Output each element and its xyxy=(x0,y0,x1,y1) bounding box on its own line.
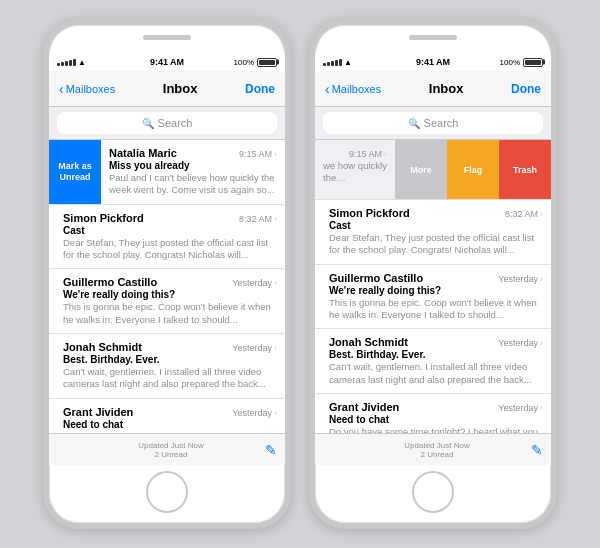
email-header-swipe-0: Natalia Maric 9:15 AM › xyxy=(323,147,387,159)
email-preview-2: This is gonna be epic. Coop won't believ… xyxy=(63,301,277,326)
battery-icon-2 xyxy=(523,58,543,67)
status-right-2: 100% xyxy=(500,58,543,67)
email-item-1[interactable]: Simon Pickford 8:32 AM › Cast Dear Stefa… xyxy=(49,205,285,270)
email-preview-s2: This is gonna be epic. Coop won't believ… xyxy=(329,297,543,322)
flag-button[interactable]: Flag xyxy=(447,140,499,199)
email-item-4[interactable]: Grant Jividen Yesterday › Need to chat D… xyxy=(49,399,285,433)
email-sender-s1: Simon Pickford xyxy=(329,207,410,219)
search-icon: 🔍 xyxy=(142,118,154,129)
email-header-3: Jonah Schmidt Yesterday › xyxy=(63,341,277,353)
email-sender-s2: Guillermo Castillo xyxy=(329,272,423,284)
inbox-title-2: Inbox xyxy=(429,81,464,96)
email-header-2: Guillermo Castillo Yesterday › xyxy=(63,276,277,288)
email-item-3[interactable]: Jonah Schmidt Yesterday › Best. Birthday… xyxy=(49,334,285,399)
email-subject-s3: Best. Birthday. Ever. xyxy=(329,349,543,360)
unread-count: 2 Unread xyxy=(77,450,265,459)
email-header-s1: Simon Pickford 8:32 AM › xyxy=(329,207,543,219)
search-field-2[interactable]: 🔍 Search xyxy=(323,112,543,134)
email-sender-0: Natalia Maric xyxy=(109,147,177,159)
status-right: 100% xyxy=(234,58,277,67)
done-button-2[interactable]: Done xyxy=(511,82,541,96)
email-preview-0: Paul and I can't believe how quickly the… xyxy=(109,172,277,197)
email-time-0: 9:15 AM › xyxy=(239,149,277,159)
email-content-s1: Simon Pickford 8:32 AM › Cast Dear Stefa… xyxy=(315,200,551,264)
nav-bar: ‹ Mailboxes Inbox Done xyxy=(49,71,285,107)
email-sender-s4: Grant Jividen xyxy=(329,401,399,413)
email-preview-s1: Dear Stefan, They just posted the offici… xyxy=(329,232,543,257)
mailboxes-back-button-2[interactable]: ‹ Mailboxes xyxy=(325,81,381,97)
email-item-0[interactable]: Mark asUnread Natalia Maric 9:15 AM › Mi… xyxy=(49,140,285,205)
email-item-swipe-0[interactable]: Natalia Maric 9:15 AM › we how quickly t… xyxy=(315,140,551,200)
signal-icon-2 xyxy=(323,59,342,66)
email-item-s2[interactable]: Guillermo Castillo Yesterday › We're rea… xyxy=(315,265,551,330)
wifi-icon: ▲ xyxy=(78,58,86,67)
mark-as-unread-label: Mark asUnread xyxy=(58,161,92,183)
nav-bar-2: ‹ Mailboxes Inbox Done xyxy=(315,71,551,107)
email-header-0: Natalia Maric 9:15 AM › xyxy=(109,147,277,159)
email-preview-4: Do you have some time tonight? I heard w… xyxy=(63,431,277,433)
status-bar: ▲ 9:41 AM 100% xyxy=(49,53,285,71)
bottom-bar: Updated Just Now 2 Unread ✎ xyxy=(49,433,285,465)
update-status-2: Updated Just Now 2 Unread xyxy=(343,441,531,459)
status-time-2: 9:41 AM xyxy=(416,57,450,67)
email-list: Mark asUnread Natalia Maric 9:15 AM › Mi… xyxy=(49,140,285,433)
email-sender-s3: Jonah Schmidt xyxy=(329,336,408,348)
email-content-s2: Guillermo Castillo Yesterday › We're rea… xyxy=(315,265,551,329)
email-time-s1: 8:32 AM › xyxy=(505,209,543,219)
email-preview-1: Dear Stefan, They just posted the offici… xyxy=(63,237,277,262)
search-bar-2: 🔍 Search xyxy=(315,107,551,140)
email-subject-3: Best. Birthday. Ever. xyxy=(63,354,277,365)
status-time: 9:41 AM xyxy=(150,57,184,67)
email-time-s3: Yesterday › xyxy=(498,338,543,348)
status-bar-2: ▲ 9:41 AM 100% xyxy=(315,53,551,71)
search-placeholder: Search xyxy=(158,117,193,129)
email-subject-s4: Need to chat xyxy=(329,414,543,425)
email-time-swipe-0: 9:15 AM › xyxy=(349,149,387,159)
mark-as-unread-button[interactable]: Mark asUnread xyxy=(49,140,101,204)
email-content-s4: Grant Jividen Yesterday › Need to chat D… xyxy=(315,394,551,433)
email-content-2: Guillermo Castillo Yesterday › We're rea… xyxy=(49,269,285,333)
email-item-s4[interactable]: Grant Jividen Yesterday › Need to chat D… xyxy=(315,394,551,433)
email-time-s4: Yesterday › xyxy=(498,403,543,413)
email-item-s1[interactable]: Simon Pickford 8:32 AM › Cast Dear Stefa… xyxy=(315,200,551,265)
status-left: ▲ xyxy=(57,58,86,67)
back-arrow-icon-2: ‹ xyxy=(325,81,330,97)
more-button[interactable]: More xyxy=(395,140,447,199)
email-subject-0: Miss you already xyxy=(109,160,277,171)
phone-swipe: ▲ 9:41 AM 100% ‹ Mailboxes Inbox Done xyxy=(309,19,557,529)
email-content-3: Jonah Schmidt Yesterday › Best. Birthday… xyxy=(49,334,285,398)
done-button[interactable]: Done xyxy=(245,82,275,96)
inbox-title: Inbox xyxy=(163,81,198,96)
mailboxes-back-button[interactable]: ‹ Mailboxes xyxy=(59,81,115,97)
email-subject-4: Need to chat xyxy=(63,419,277,430)
email-item-2[interactable]: Guillermo Castillo Yesterday › We're rea… xyxy=(49,269,285,334)
more-label: More xyxy=(410,165,432,175)
email-content-s3: Jonah Schmidt Yesterday › Best. Birthday… xyxy=(315,329,551,393)
email-item-s3[interactable]: Jonah Schmidt Yesterday › Best. Birthday… xyxy=(315,329,551,394)
update-status: Updated Just Now 2 Unread xyxy=(77,441,265,459)
email-sender-2: Guillermo Castillo xyxy=(63,276,157,288)
search-placeholder-2: Search xyxy=(424,117,459,129)
battery-icon xyxy=(257,58,277,67)
email-content-1: Simon Pickford 8:32 AM › Cast Dear Stefa… xyxy=(49,205,285,269)
email-header-s3: Jonah Schmidt Yesterday › xyxy=(329,336,543,348)
search-bar: 🔍 Search xyxy=(49,107,285,140)
search-field[interactable]: 🔍 Search xyxy=(57,112,277,134)
email-subject-1: Cast xyxy=(63,225,277,236)
compose-button[interactable]: ✎ xyxy=(265,442,277,458)
signal-icon xyxy=(57,59,76,66)
email-time-3: Yesterday › xyxy=(232,343,277,353)
email-header-4: Grant Jividen Yesterday › xyxy=(63,406,277,418)
compose-button-2[interactable]: ✎ xyxy=(531,442,543,458)
screen-normal: ▲ 9:41 AM 100% ‹ Mailboxes Inbox Done xyxy=(49,53,285,465)
email-sender-1: Simon Pickford xyxy=(63,212,144,224)
email-preview-s3: Can't wait, gentlemen. I installed all t… xyxy=(329,361,543,386)
back-arrow-icon: ‹ xyxy=(59,81,64,97)
email-time-2: Yesterday › xyxy=(232,278,277,288)
trash-button[interactable]: Trash xyxy=(499,140,551,199)
email-content-0: Natalia Maric 9:15 AM › Miss you already… xyxy=(101,140,285,204)
email-list-2: Natalia Maric 9:15 AM › we how quickly t… xyxy=(315,140,551,433)
email-header-s4: Grant Jividen Yesterday › xyxy=(329,401,543,413)
email-sender-3: Jonah Schmidt xyxy=(63,341,142,353)
flag-label: Flag xyxy=(464,165,483,175)
